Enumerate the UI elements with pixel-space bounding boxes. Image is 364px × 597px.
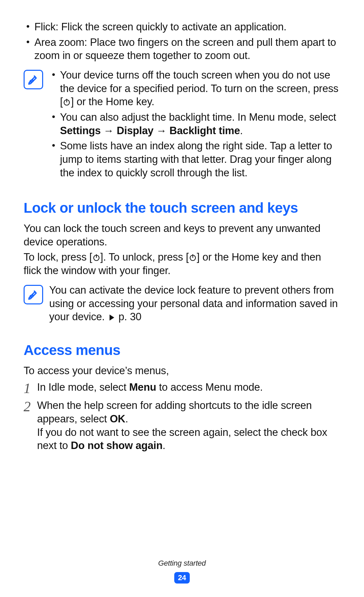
note-pencil-icon xyxy=(24,285,43,304)
intro-bullet: Area zoom: Place two fingers on the scre… xyxy=(34,36,340,62)
menu-label: Menu xyxy=(129,381,156,393)
note-bullet: Your device turns off the touch screen w… xyxy=(60,68,340,109)
access-heading: Access menus xyxy=(24,341,340,359)
do-not-show-label: Do not show again xyxy=(71,440,162,451)
backlight-label: Backlight time xyxy=(170,125,240,137)
power-icon xyxy=(189,253,197,262)
step-text: When the help screen for adding shortcut… xyxy=(37,399,312,425)
step: 1 In Idle mode, select Menu to access Me… xyxy=(24,381,340,395)
note-block: Your device turns off the touch screen w… xyxy=(24,68,340,181)
step-text: . xyxy=(125,413,128,425)
note-pencil-icon xyxy=(24,70,43,89)
note-bullet: Some lists have an index along the right… xyxy=(60,139,340,179)
steps-list: 1 In Idle mode, select Menu to access Me… xyxy=(24,381,340,452)
step-number: 2 xyxy=(24,399,37,452)
lock-paragraph: You can lock the touch screen and keys t… xyxy=(24,222,340,248)
note-block: You can activate the device lock feature… xyxy=(24,283,340,324)
note-text: You can activate the device lock feature… xyxy=(49,283,340,324)
note-text: . xyxy=(240,125,243,137)
lock-heading: Lock or unlock the touch screen and keys xyxy=(24,199,340,217)
lock-text: ]. To unlock, press [ xyxy=(100,251,189,263)
page-number-badge: 24 xyxy=(174,572,190,584)
power-icon xyxy=(63,98,71,106)
power-icon xyxy=(92,253,100,262)
arrow-right-icon: → xyxy=(101,125,117,137)
step-number: 1 xyxy=(24,381,37,395)
access-intro: To access your device’s menus, xyxy=(24,364,340,378)
page-ref: p. 30 xyxy=(116,311,141,323)
settings-label: Settings xyxy=(60,125,101,137)
page-footer: Getting started 24 xyxy=(0,559,364,584)
step-text: In Idle mode, select xyxy=(37,381,129,393)
lock-text: To lock, press [ xyxy=(24,251,92,263)
note-bullet-list: Your device turns off the touch screen w… xyxy=(49,68,340,179)
triangle-right-icon xyxy=(110,315,114,321)
arrow-right-icon: → xyxy=(153,125,170,137)
intro-bullet: Flick: Flick the screen quickly to activ… xyxy=(34,20,340,34)
ok-label: OK xyxy=(110,413,125,425)
note-text: ] or the Home key. xyxy=(71,96,154,108)
step-body: In Idle mode, select Menu to access Menu… xyxy=(37,381,340,395)
footer-section-label: Getting started xyxy=(0,559,364,568)
step: 2 When the help screen for adding shortc… xyxy=(24,399,340,452)
display-label: Display xyxy=(117,125,153,137)
note-bullet: You can also adjust the backlight time. … xyxy=(60,111,340,137)
note-text-span: You can activate the device lock feature… xyxy=(49,284,338,323)
step-body: When the help screen for adding shortcut… xyxy=(37,399,340,452)
lock-paragraph: To lock, press []. To unlock, press [] o… xyxy=(24,250,340,277)
note-text: You can also adjust the backlight time. … xyxy=(60,111,336,123)
step-text: . xyxy=(162,440,165,451)
intro-bullet-list: Flick: Flick the screen quickly to activ… xyxy=(24,20,340,62)
step-text: to access Menu mode. xyxy=(156,381,263,393)
